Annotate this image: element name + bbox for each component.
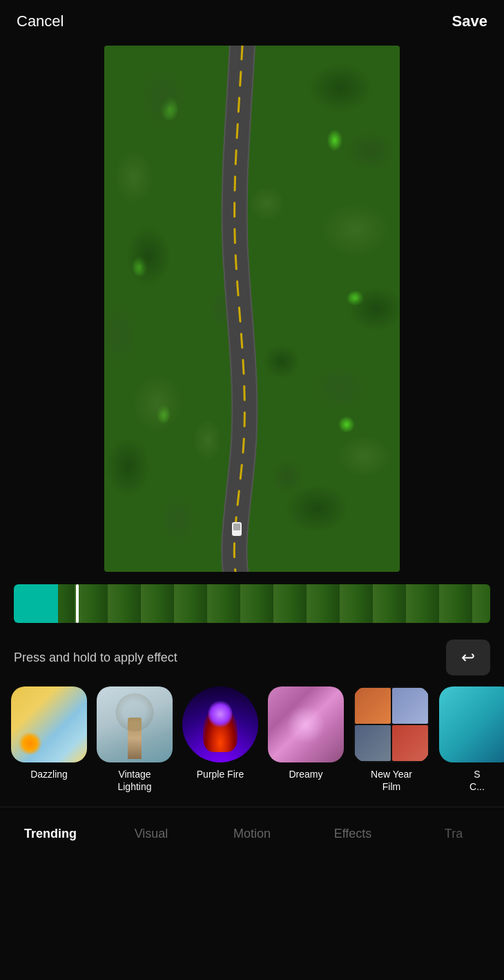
effect-thumb-purple-fire	[182, 686, 258, 762]
effect-thumb-vintage	[97, 686, 173, 762]
nav-label-trending: Trending	[24, 827, 77, 840]
timeline-container	[0, 584, 504, 633]
effects-row: Dazzling VintageLighting Purple Fire Dre…	[0, 686, 504, 793]
svg-rect-1	[233, 523, 240, 530]
timeline-thumbnail	[14, 584, 58, 623]
effect-item-purple-fire[interactable]: Purple Fire	[182, 686, 258, 793]
effect-label-dreamy: Dreamy	[289, 768, 322, 780]
nav-item-tra[interactable]: Tra	[403, 824, 504, 844]
video-preview	[0, 40, 504, 584]
timeline-strip[interactable]	[14, 584, 490, 623]
undo-icon: ↩	[461, 648, 475, 667]
ny-cell-2	[392, 688, 428, 724]
effect-item-vintage-lighting[interactable]: VintageLighting	[97, 686, 173, 793]
undo-button[interactable]: ↩	[446, 640, 490, 675]
effect-item-s[interactable]: SC...	[439, 686, 504, 793]
effect-label-newyear: New YearFilm	[371, 768, 412, 793]
ny-cell-4	[392, 725, 428, 761]
nav-item-motion[interactable]: Motion	[202, 824, 302, 844]
hold-instruction: Press and hold to apply effect	[14, 651, 177, 665]
effect-label-purple-fire: Purple Fire	[197, 768, 244, 780]
effect-thumb-newyear	[353, 686, 429, 762]
effect-item-dazzling[interactable]: Dazzling	[11, 686, 87, 793]
effect-item-new-year-film[interactable]: New YearFilm	[353, 686, 429, 793]
effect-label-s: SC...	[469, 768, 485, 793]
effect-thumb-s	[439, 686, 504, 762]
save-button[interactable]: Save	[452, 12, 487, 30]
effect-item-dreamy[interactable]: Dreamy	[268, 686, 344, 793]
nav-label-visual: Visual	[135, 827, 168, 840]
nav-label-effects: Effects	[334, 827, 372, 840]
timeline-frames	[58, 584, 490, 623]
header: Cancel Save	[0, 0, 504, 40]
road-overlay	[104, 46, 400, 572]
video-canvas	[104, 46, 400, 572]
effect-thumb-dazzling	[11, 686, 87, 762]
cancel-button[interactable]: Cancel	[17, 12, 64, 30]
nav-item-effects[interactable]: Effects	[302, 824, 403, 844]
ny-cell-1	[355, 688, 391, 724]
effect-label-vintage: VintageLighting	[117, 768, 151, 793]
nav-item-visual[interactable]: Visual	[101, 824, 202, 844]
hold-bar: Press and hold to apply effect ↩	[0, 633, 504, 686]
ny-cell-3	[355, 725, 391, 761]
nav-label-motion: Motion	[233, 827, 271, 840]
effect-label-dazzling: Dazzling	[30, 768, 68, 780]
nav-label-tra: Tra	[445, 827, 463, 840]
timeline-scrubber[interactable]	[76, 584, 79, 623]
bottom-nav: Trending Visual Motion Effects Tra	[0, 807, 504, 851]
effect-thumb-dreamy	[268, 686, 344, 762]
nav-item-trending[interactable]: Trending	[0, 824, 101, 844]
